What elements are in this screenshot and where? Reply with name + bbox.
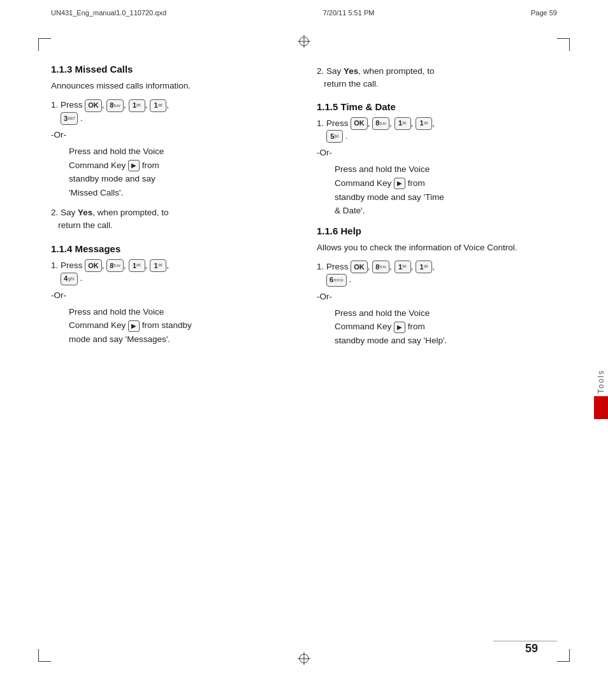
section-113-presshold: Press and hold the Voice Command Key ▶ f…: [69, 145, 291, 199]
key-1b-2: 1✉: [150, 259, 166, 272]
bottom-divider: [493, 641, 557, 641]
key-1b-4: 1✉: [416, 261, 432, 273]
key-8tuv-4: 8tuv: [372, 261, 389, 273]
key-1a-3: 1✉: [394, 117, 411, 130]
corner-mark-bl: [38, 649, 51, 662]
key-1a-4: 1✉: [394, 261, 411, 273]
key-ok-2: OK: [85, 259, 102, 272]
key-1a-1: 1✉: [129, 99, 145, 112]
key-ok-1: OK: [85, 99, 102, 112]
section-116-presshold: Press and hold the Voice Command Key ▶ f…: [335, 306, 557, 348]
section-114-step1: 1. Press OK, 8tuv, 1✉, 1✉, 4ghi .: [51, 259, 291, 285]
section-113-or: -Or-: [51, 130, 291, 139]
voice-key-3: ▶: [394, 178, 405, 189]
voice-key-4: ▶: [394, 322, 405, 333]
section-113: 1.1.3 Missed Calls Announces missed call…: [51, 64, 291, 232]
header-center: 7/20/11 5:51 PM: [323, 9, 375, 17]
section-114-step2: 2. Say Yes, when prompted, to return the…: [317, 65, 557, 91]
key-3def-1: 3def: [61, 112, 78, 125]
key-1b-1: 1✉: [150, 99, 166, 112]
section-115: 1.1.5 Time & Date 1. Press OK, 8tuv, 1✉,…: [317, 101, 557, 218]
center-mark-top: [298, 35, 310, 48]
voice-key-1: ▶: [128, 160, 140, 171]
key-8tuv-1: 8tuv: [106, 99, 124, 112]
section-114-or: -Or-: [51, 290, 291, 300]
section-113-desc: Announces missed calls information.: [51, 80, 291, 92]
page-header: UN431_Eng_manual1.0_110720.qxd 7/20/11 5…: [51, 9, 557, 17]
section-115-presshold: Press and hold the Voice Command Key ▶ f…: [335, 162, 557, 217]
left-column: 1.1.3 Missed Calls Announces missed call…: [51, 64, 310, 636]
key-8tuv-3: 8tuv: [372, 117, 389, 130]
page-number: 59: [525, 642, 538, 655]
key-1b-3: 1✉: [416, 117, 432, 130]
header-right: Page 59: [531, 9, 557, 17]
section-113-heading: 1.1.3 Missed Calls: [51, 64, 291, 75]
section-116-step1: 1. Press OK, 8tuv, 1✉, 1✉, 6mno .: [317, 261, 557, 287]
key-ok-3: OK: [351, 117, 368, 130]
section-115-heading: 1.1.5 Time & Date: [317, 101, 557, 112]
side-tab-label: Tools: [597, 369, 605, 394]
corner-mark-tr: [557, 38, 570, 51]
section-113-step2: 2. Say Yes, when prompted, to return the…: [51, 206, 291, 232]
section-115-step1: 1. Press OK, 8tuv, 1✉, 1✉, 5jkl .: [317, 117, 557, 143]
voice-key-2: ▶: [128, 320, 140, 332]
section-116: 1.1.6 Help Allows you to check the infor…: [317, 225, 557, 348]
content-area: 1.1.3 Missed Calls Announces missed call…: [51, 64, 557, 636]
section-116-or: -Or-: [317, 292, 557, 301]
section-114-presshold: Press and hold the Voice Command Key ▶ f…: [69, 305, 291, 346]
section-115-or: -Or-: [317, 148, 557, 157]
side-tab: Tools: [594, 369, 608, 419]
section-113-step1: 1. Press OK, 8tuv, 1✉, 1✉, 3def .: [51, 99, 291, 125]
section-116-heading: 1.1.6 Help: [317, 225, 557, 236]
section-114-heading: 1.1.4 Messages: [51, 243, 291, 254]
center-mark-bottom: [298, 652, 310, 665]
key-ok-4: OK: [351, 261, 368, 273]
key-6mno-1: 6mno: [326, 274, 347, 287]
corner-mark-br: [557, 649, 570, 662]
key-4ghi-1: 4ghi: [61, 273, 78, 285]
section-116-desc: Allows you to check the information of V…: [317, 241, 557, 254]
section-114: 1.1.4 Messages 1. Press OK, 8tuv, 1✉, 1✉…: [51, 243, 291, 346]
key-5jkl-1: 5jkl: [326, 130, 343, 143]
key-8tuv-2: 8tuv: [106, 259, 124, 272]
side-tab-bar: [594, 396, 608, 419]
right-column: 2. Say Yes, when prompted, to return the…: [310, 64, 557, 636]
header-left: UN431_Eng_manual1.0_110720.qxd: [51, 9, 166, 17]
key-1a-2: 1✉: [129, 259, 145, 272]
corner-mark-tl: [38, 38, 51, 51]
